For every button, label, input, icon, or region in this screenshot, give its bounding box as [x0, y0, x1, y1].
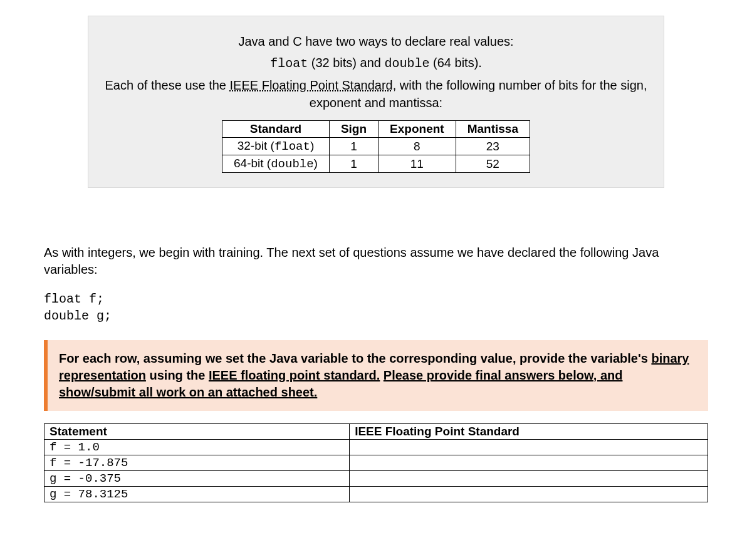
statement-cell: g = -0.375 [44, 471, 350, 487]
col-statement: Statement [44, 424, 350, 440]
info-box: Java and C have two ways to declare real… [88, 16, 664, 188]
text: 32-bit ( [238, 139, 274, 152]
table-row: g = 78.3125 [44, 487, 708, 502]
statement-cell: f = -17.875 [44, 455, 350, 471]
body-text: As with integers, we begin with training… [44, 244, 708, 502]
row-label-float: 32-bit (float) [222, 138, 330, 155]
cell: 8 [379, 138, 456, 155]
underlined-text: IEEE floating point standard. [209, 368, 380, 382]
cell: 52 [456, 155, 530, 173]
table-row: f = 1.0 [44, 440, 708, 455]
bits-table: Standard Sign Exponent Mantissa 32-bit (… [222, 120, 530, 173]
code-double: double [271, 157, 313, 171]
table-row: f = -17.875 [44, 455, 708, 471]
cell: 11 [379, 155, 456, 173]
code-line: double g; [44, 309, 112, 323]
info-line-3: Each of these use the IEEE Floating Poin… [95, 76, 657, 111]
cell: 23 [456, 138, 530, 155]
cell: 1 [329, 155, 378, 173]
col-ieee: IEEE Floating Point Standard [350, 424, 708, 440]
callout-instruction: For each row, assuming we set the Java v… [44, 340, 708, 411]
answer-cell[interactable] [350, 455, 708, 471]
text: 64-bit ( [234, 157, 271, 170]
col-exponent: Exponent [379, 121, 456, 138]
col-sign: Sign [329, 121, 378, 138]
intro-paragraph: As with integers, we begin with training… [44, 244, 708, 278]
info-line-2: float (32 bits) and double (64 bits). [95, 54, 657, 73]
text: (64 bits). [429, 56, 481, 70]
statement-cell: g = 78.3125 [44, 487, 350, 502]
info-line-1: Java and C have two ways to declare real… [95, 33, 657, 50]
text: using the [146, 368, 209, 382]
answer-table: Statement IEEE Floating Point Standard f… [44, 423, 708, 502]
code-block: float f; double g; [44, 291, 708, 324]
code-line: float f; [44, 292, 104, 306]
table-row: 64-bit (double) 1 11 52 [222, 155, 530, 173]
col-standard: Standard [222, 121, 330, 138]
spacer [0, 188, 752, 238]
text: For each row, assuming we set the Java v… [59, 351, 651, 365]
text: (32 bits) and [308, 56, 384, 70]
code-double: double [384, 56, 429, 71]
statement-cell: f = 1.0 [44, 440, 350, 455]
table-header-row: Statement IEEE Floating Point Standard [44, 424, 708, 440]
table-row: g = -0.375 [44, 471, 708, 487]
cell: 1 [329, 138, 378, 155]
code-float: float [274, 140, 310, 153]
table-header-row: Standard Sign Exponent Mantissa [222, 121, 530, 138]
answer-cell[interactable] [350, 471, 708, 487]
answer-cell[interactable] [350, 440, 708, 455]
code-float: float [270, 56, 308, 71]
text: ) [310, 139, 314, 152]
row-label-double: 64-bit (double) [222, 155, 330, 173]
document-page: Java and C have two ways to declare real… [0, 16, 752, 560]
answer-cell[interactable] [350, 487, 708, 502]
text: Each of these use the [105, 78, 230, 92]
table-row: 32-bit (float) 1 8 23 [222, 138, 530, 155]
text: ) [314, 157, 318, 170]
ieee-link[interactable]: IEEE Floating Point Standard [230, 78, 393, 92]
col-mantissa: Mantissa [456, 121, 530, 138]
